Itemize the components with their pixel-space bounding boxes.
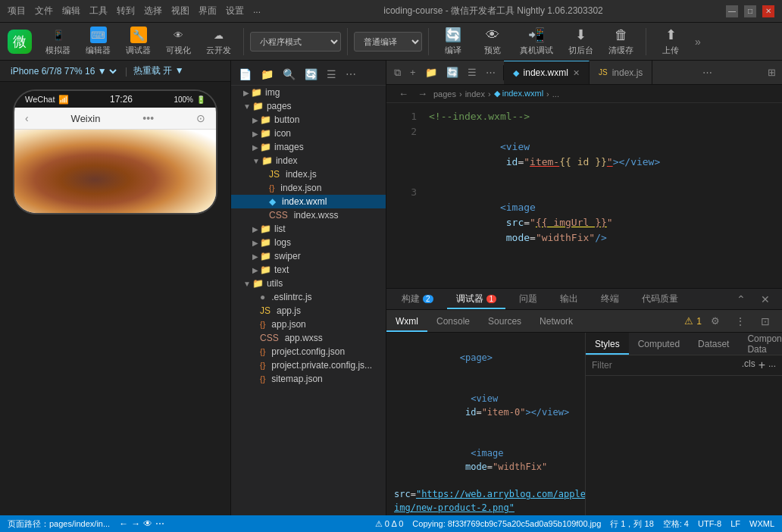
compile-button[interactable]: 🔄 编译 [435, 23, 471, 59]
btab-wxml[interactable]: Wxml [386, 310, 427, 332]
tree-item-index[interactable]: ▼ 📁 index [231, 154, 386, 167]
cloud-button[interactable]: ☁ 云开发 [200, 23, 237, 59]
tree-item-logs[interactable]: ▶ 📁 logs [231, 236, 386, 249]
menu-more[interactable]: ... [253, 5, 261, 17]
btab-network[interactable]: Network [530, 310, 582, 332]
tree-item-app-json[interactable]: ▶ {} app.json [231, 318, 386, 331]
tab-wxml-close[interactable]: ✕ [573, 68, 580, 78]
preview-button[interactable]: 👁 预览 [474, 24, 511, 59]
add-style-button[interactable]: + [759, 358, 765, 372]
bottom-expand-button[interactable]: ⌃ [730, 293, 752, 305]
stab-computed[interactable]: Computed [629, 333, 689, 355]
tree-item-index-json[interactable]: ▶ {} index.json [231, 181, 386, 195]
btab-issues[interactable]: 问题 [510, 289, 546, 309]
tree-item-utils[interactable]: ▼ 📁 utils [231, 277, 386, 290]
tab-js[interactable]: JS index.js [590, 61, 652, 84]
tree-item-swiper[interactable]: ▶ 📁 swiper [231, 249, 386, 263]
refresh2-button[interactable]: 🔄 [443, 65, 461, 80]
more-styles-button[interactable]: ... [768, 358, 776, 372]
tab-wxml[interactable]: ◆ index.wxml ✕ [504, 61, 590, 84]
new-folder2-button[interactable]: 📁 [422, 65, 440, 80]
btab-output[interactable]: 输出 [551, 289, 587, 309]
clearcache-button[interactable]: 🗑 清缓存 [602, 24, 640, 59]
copy-file-button[interactable]: ⧉ [391, 65, 404, 80]
btab-sources[interactable]: Sources [479, 310, 530, 332]
split-editor-button[interactable]: ⊞ [762, 67, 782, 78]
status-eye-button[interactable]: 👁 [143, 518, 152, 529]
tree-item-button[interactable]: ▶ 📁 button [231, 113, 386, 127]
devtools-more-button[interactable]: ⋮ [729, 315, 752, 327]
phone-dots-button[interactable]: ••• [142, 112, 154, 124]
tree-item-project-private[interactable]: ▶ {} project.private.config.js... [231, 358, 386, 372]
nav-forward-button[interactable]: → [414, 86, 430, 101]
btab-build[interactable]: 构建 2 [393, 289, 443, 309]
more2-button[interactable]: ⋯ [483, 65, 499, 80]
refresh-button[interactable]: 🔄 [302, 67, 321, 82]
tree-item-text[interactable]: ▶ 📁 text [231, 263, 386, 277]
backend-button[interactable]: ⬇ 切后台 [562, 23, 599, 59]
menu-tools[interactable]: 工具 [89, 5, 108, 17]
tree-item-app-js[interactable]: ▶ JS app.js [231, 304, 386, 318]
tree-item-images[interactable]: ▶ 📁 images [231, 140, 386, 154]
wxml-src-val[interactable]: "https://web.arryblog.com/applets-img/ne… [394, 489, 585, 513]
maximize-button[interactable]: □ [744, 5, 756, 17]
visual-button[interactable]: 👁 可视化 [160, 23, 197, 59]
menu-file[interactable]: 文件 [35, 5, 53, 17]
btab-codequality[interactable]: 代码质量 [633, 289, 687, 309]
menu-view[interactable]: 视图 [171, 5, 189, 17]
new-folder-button[interactable]: 📁 [258, 67, 277, 82]
window-controls[interactable]: — □ ✕ [726, 5, 774, 17]
status-nav-back[interactable]: ← [119, 518, 128, 529]
collapse2-button[interactable]: ☰ [465, 65, 480, 80]
tree-item-index-wxss[interactable]: ▶ CSS index.wxss [231, 208, 386, 222]
add-file-button[interactable]: + [407, 65, 419, 80]
devtools-popout-button[interactable]: ⊡ [755, 315, 776, 327]
mode-select[interactable]: 小程序模式 [250, 32, 341, 52]
device-select[interactable]: iPhone 6/7/8 77% 16 ▼ [8, 65, 119, 77]
realdev-button[interactable]: 📲 真机调试 [514, 23, 559, 59]
upload-button[interactable]: ⬆ 上传 [652, 23, 689, 59]
minimize-button[interactable]: — [726, 5, 738, 17]
devtools-settings-button[interactable]: ⚙ [705, 315, 726, 327]
editor-button[interactable]: ⌨ 编辑器 [80, 23, 117, 59]
simulator-button[interactable]: 📱 模拟器 [39, 23, 77, 59]
toolbar-more-button[interactable]: » [692, 33, 704, 51]
tree-item-index-wxml[interactable]: ▶ ◆ index.wxml [231, 195, 386, 208]
tree-item-project-config[interactable]: ▶ {} project.config.json [231, 345, 386, 358]
btab-debug[interactable]: 调试器 1 [447, 289, 506, 309]
tree-item-eslintrc[interactable]: ▶ ● .eslintrc.js [231, 290, 386, 304]
search-file-button[interactable]: 🔍 [280, 67, 299, 82]
tree-item-app-wxss[interactable]: ▶ CSS app.wxss [231, 331, 386, 345]
status-nav-forward[interactable]: → [131, 518, 140, 529]
hotreload-button[interactable]: 热重载 开 ▼ [133, 64, 184, 77]
styles-filter-input[interactable] [592, 360, 742, 371]
btab-terminal[interactable]: 终端 [592, 289, 628, 309]
tree-item-img[interactable]: ▶ 📁 img [231, 86, 386, 99]
code-editor[interactable]: 1 <!--index.wxml--> 2 <view id="item-{{ … [386, 103, 782, 288]
compile-select[interactable]: 普通编译 [354, 32, 422, 52]
menu-edit[interactable]: 编辑 [62, 5, 80, 17]
status-more-button[interactable]: ⋯ [155, 518, 164, 529]
tree-item-list[interactable]: ▶ 📁 list [231, 222, 386, 236]
menu-bar[interactable]: 项目 文件 编辑 工具 转到 选择 视图 界面 设置 ... [8, 5, 261, 17]
tree-item-sitemap[interactable]: ▶ {} sitemap.json [231, 372, 386, 386]
menu-settings[interactable]: 设置 [226, 5, 244, 17]
new-file-button[interactable]: 📄 [236, 67, 255, 82]
nav-back-button[interactable]: ← [396, 86, 411, 101]
tree-item-icon[interactable]: ▶ 📁 icon [231, 127, 386, 140]
stab-componentdata[interactable]: Component Data [738, 333, 782, 355]
menu-project[interactable]: 项目 [8, 5, 26, 17]
bottom-close-button[interactable]: ✕ [755, 293, 776, 305]
close-button[interactable]: ✕ [762, 5, 774, 17]
menu-select[interactable]: 选择 [144, 5, 162, 17]
more-file-button[interactable]: ⋯ [343, 67, 359, 82]
tree-item-pages[interactable]: ▼ 📁 pages [231, 99, 386, 113]
tree-item-index-js[interactable]: ▶ JS index.js [231, 167, 386, 181]
menu-goto[interactable]: 转到 [117, 5, 135, 17]
tab-more-button[interactable]: ⋯ [696, 67, 718, 78]
stab-dataset[interactable]: Dataset [689, 333, 738, 355]
menu-ui[interactable]: 界面 [199, 5, 217, 17]
btab-console[interactable]: Console [427, 310, 479, 332]
debugger-button[interactable]: 🔧 调试器 [120, 23, 157, 59]
stab-styles[interactable]: Styles [586, 333, 629, 355]
